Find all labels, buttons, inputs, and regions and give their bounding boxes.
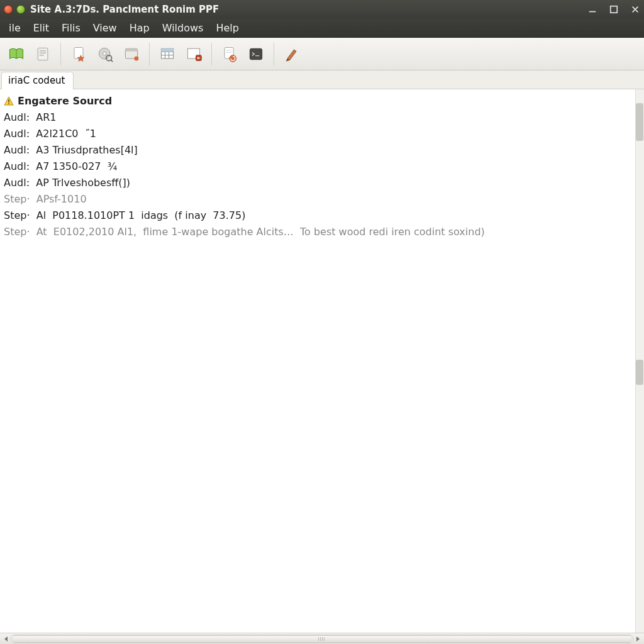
warning-icon bbox=[4, 96, 14, 106]
svg-marker-22 bbox=[4, 636, 8, 641]
svg-rect-12 bbox=[161, 48, 173, 52]
menu-help[interactable]: Help bbox=[209, 19, 245, 36]
svg-rect-20 bbox=[8, 99, 9, 103]
brush-icon bbox=[283, 45, 301, 63]
log-heading: Engatere Sourcd bbox=[18, 93, 112, 109]
log-line: Audl: A3 Triusdprathes[4l] bbox=[4, 142, 640, 158]
window-title: Site A.3:7Ds. Panclment Ronim PPF bbox=[30, 4, 219, 15]
menu-edit[interactable]: Elit bbox=[27, 19, 55, 36]
menu-filis[interactable]: Filis bbox=[55, 19, 87, 36]
menubar: ile Elit Filis View Hap Wildows Help bbox=[0, 19, 644, 38]
brush-button[interactable] bbox=[279, 42, 304, 67]
menu-hap[interactable]: Hap bbox=[123, 19, 156, 36]
log-line: Audl: AP Trlveshobesff(]) bbox=[4, 175, 640, 191]
gear-button[interactable] bbox=[181, 42, 206, 67]
log-output: Engatere Sourcd Audl: AR1 Audl: A2l21C0 … bbox=[0, 89, 644, 240]
minimize-window-icon[interactable] bbox=[16, 5, 25, 14]
tab-code-output[interactable]: iriaC codeut bbox=[1, 72, 74, 89]
log-line: Audl: AR1 bbox=[4, 109, 640, 126]
page-star-button[interactable] bbox=[66, 42, 91, 67]
open-book-icon bbox=[8, 45, 25, 63]
toolbar bbox=[0, 38, 644, 70]
content-area: Engatere Sourcd Audl: AR1 Audl: A2l21C0 … bbox=[0, 89, 644, 633]
log-line: Step· At E0102,2010 Al1, flime 1-wape bo… bbox=[4, 224, 640, 240]
horizontal-scroll-thumb[interactable] bbox=[11, 635, 633, 643]
svg-marker-23 bbox=[636, 636, 640, 641]
table-button[interactable] bbox=[155, 42, 180, 67]
svg-rect-1 bbox=[611, 6, 618, 13]
log-line: Step· APsf-1010 bbox=[4, 191, 640, 208]
maximize-icon[interactable] bbox=[609, 4, 619, 14]
svg-rect-9 bbox=[125, 48, 137, 51]
close-window-icon[interactable] bbox=[4, 5, 13, 14]
window-button[interactable] bbox=[119, 42, 144, 67]
page-record-icon bbox=[221, 45, 238, 63]
gear-icon bbox=[185, 45, 203, 63]
window-icon bbox=[123, 45, 140, 63]
vertical-scrollbar[interactable] bbox=[635, 89, 644, 633]
svg-rect-0 bbox=[589, 11, 596, 13]
log-line: Audl: A2l21C0 ˝1 bbox=[4, 126, 640, 142]
toolbar-separator bbox=[274, 43, 274, 65]
svg-rect-2 bbox=[38, 48, 48, 60]
open-book-button[interactable] bbox=[4, 42, 29, 67]
svg-point-10 bbox=[134, 56, 138, 60]
tab-strip: iriaC codeut bbox=[0, 70, 644, 89]
document-button[interactable] bbox=[30, 42, 55, 67]
log-line: Step· Al P0118.1010PT 1 idags (f inay 73… bbox=[4, 208, 640, 224]
svg-rect-21 bbox=[8, 103, 9, 104]
vertical-scroll-thumb[interactable] bbox=[636, 103, 643, 141]
tab-label: iriaC codeut bbox=[8, 75, 65, 86]
svg-point-6 bbox=[103, 52, 106, 55]
log-heading-row: Engatere Sourcd bbox=[4, 93, 640, 109]
log-line: Audl: A7 1350-027 ¾ bbox=[4, 158, 640, 175]
toolbar-separator bbox=[149, 43, 150, 65]
page-star-icon bbox=[70, 45, 87, 63]
terminal-icon bbox=[247, 45, 265, 63]
disc-search-button[interactable] bbox=[92, 42, 118, 67]
vertical-scroll-thumb[interactable] bbox=[636, 360, 643, 385]
svg-rect-18 bbox=[250, 48, 262, 60]
disc-search-icon bbox=[96, 45, 114, 63]
menu-file[interactable]: ile bbox=[3, 19, 27, 36]
window-controls-right bbox=[587, 4, 640, 14]
table-icon bbox=[158, 45, 176, 63]
menu-windows[interactable]: Wildows bbox=[156, 19, 210, 36]
horizontal-scrollbar[interactable] bbox=[0, 633, 644, 644]
close-icon[interactable] bbox=[630, 4, 640, 14]
toolbar-separator bbox=[60, 43, 61, 65]
titlebar: Site A.3:7Ds. Panclment Ronim PPF bbox=[0, 0, 644, 19]
minimize-icon[interactable] bbox=[587, 4, 597, 14]
window-buttons bbox=[4, 5, 25, 14]
menu-view[interactable]: View bbox=[87, 19, 123, 36]
document-icon bbox=[34, 45, 52, 63]
toolbar-separator bbox=[211, 43, 212, 65]
horizontal-scroll-track[interactable] bbox=[10, 635, 634, 643]
scroll-right-icon[interactable] bbox=[633, 634, 643, 644]
page-record-button[interactable] bbox=[217, 42, 242, 67]
terminal-button[interactable] bbox=[243, 42, 269, 67]
